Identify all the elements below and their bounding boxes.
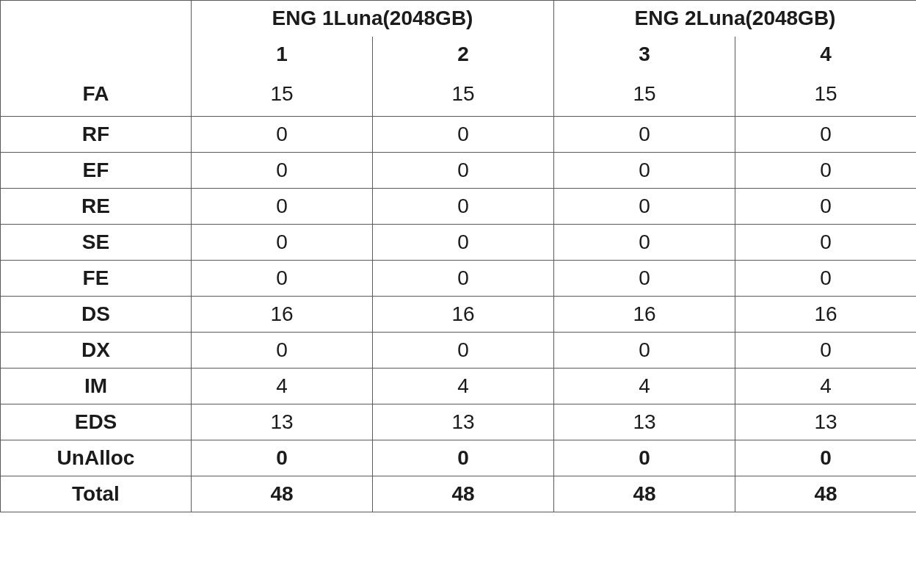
table-row: DX 0 0 0 0 <box>1 333 917 369</box>
row-label: RE <box>1 189 192 225</box>
table-row: RF 0 0 0 0 <box>1 117 917 153</box>
cell: 0 <box>735 117 916 153</box>
cell: 0 <box>373 153 554 189</box>
cell: 0 <box>192 189 373 225</box>
header-group-1: ENG 1Luna(2048GB) <box>192 1 554 37</box>
cell: 0 <box>192 153 373 189</box>
header-col-4: 4 <box>735 37 916 73</box>
cell: 0 <box>554 189 735 225</box>
header-blank <box>1 1 192 37</box>
table-row: FE 0 0 0 0 <box>1 261 917 297</box>
table-row: FA 15 15 15 15 <box>1 73 917 117</box>
cell: 0 <box>192 333 373 369</box>
table-row: RE 0 0 0 0 <box>1 189 917 225</box>
cell: 0 <box>373 333 554 369</box>
cell: 0 <box>554 261 735 297</box>
cell: 4 <box>554 369 735 404</box>
header-col-2: 2 <box>373 37 554 73</box>
cell: 48 <box>735 476 916 512</box>
cell: 0 <box>554 440 735 476</box>
table-row: EDS 13 13 13 13 <box>1 404 917 440</box>
cell: 0 <box>373 225 554 261</box>
cell: 0 <box>373 117 554 153</box>
cell: 15 <box>373 73 554 117</box>
row-label: EDS <box>1 404 192 440</box>
header-group-2: ENG 2Luna(2048GB) <box>554 1 916 37</box>
table-row: IM 4 4 4 4 <box>1 369 917 404</box>
cell: 13 <box>554 404 735 440</box>
cell: 13 <box>735 404 916 440</box>
cell: 48 <box>373 476 554 512</box>
header-group-row: ENG 1Luna(2048GB) ENG 2Luna(2048GB) <box>1 1 917 37</box>
cell: 48 <box>554 476 735 512</box>
cell: 0 <box>373 189 554 225</box>
row-label: UnAlloc <box>1 440 192 476</box>
header-col-3: 3 <box>554 37 735 73</box>
row-label: DS <box>1 297 192 333</box>
cell: 13 <box>373 404 554 440</box>
table-row: SE 0 0 0 0 <box>1 225 917 261</box>
cell: 4 <box>735 369 916 404</box>
cell: 0 <box>554 225 735 261</box>
table-row: UnAlloc 0 0 0 0 <box>1 440 917 476</box>
table-row: Total 48 48 48 48 <box>1 476 917 512</box>
cell: 0 <box>373 261 554 297</box>
cell: 0 <box>735 189 916 225</box>
cell: 0 <box>554 153 735 189</box>
cell: 48 <box>192 476 373 512</box>
row-label: Total <box>1 476 192 512</box>
header-sub-row: 1 2 3 4 <box>1 37 917 73</box>
cell: 0 <box>192 225 373 261</box>
cell: 13 <box>192 404 373 440</box>
cell: 16 <box>554 297 735 333</box>
cell: 0 <box>735 440 916 476</box>
cell: 0 <box>735 333 916 369</box>
cell: 0 <box>554 333 735 369</box>
row-label: IM <box>1 369 192 404</box>
row-label: SE <box>1 225 192 261</box>
row-label: DX <box>1 333 192 369</box>
cell: 0 <box>735 153 916 189</box>
cell: 16 <box>373 297 554 333</box>
cell: 0 <box>192 117 373 153</box>
header-blank-2 <box>1 37 192 73</box>
row-label: RF <box>1 117 192 153</box>
table-row: DS 16 16 16 16 <box>1 297 917 333</box>
cell: 0 <box>735 261 916 297</box>
cell: 0 <box>192 440 373 476</box>
cell: 15 <box>554 73 735 117</box>
cell: 0 <box>735 225 916 261</box>
row-label: EF <box>1 153 192 189</box>
cell: 0 <box>192 261 373 297</box>
cell: 0 <box>373 440 554 476</box>
cell: 15 <box>192 73 373 117</box>
allocation-table: ENG 1Luna(2048GB) ENG 2Luna(2048GB) 1 2 … <box>0 0 916 512</box>
header-col-1: 1 <box>192 37 373 73</box>
cell: 16 <box>735 297 916 333</box>
row-label: FA <box>1 73 192 117</box>
cell: 4 <box>192 369 373 404</box>
cell: 16 <box>192 297 373 333</box>
row-label: FE <box>1 261 192 297</box>
cell: 0 <box>554 117 735 153</box>
cell: 15 <box>735 73 916 117</box>
cell: 4 <box>373 369 554 404</box>
table-row: EF 0 0 0 0 <box>1 153 917 189</box>
